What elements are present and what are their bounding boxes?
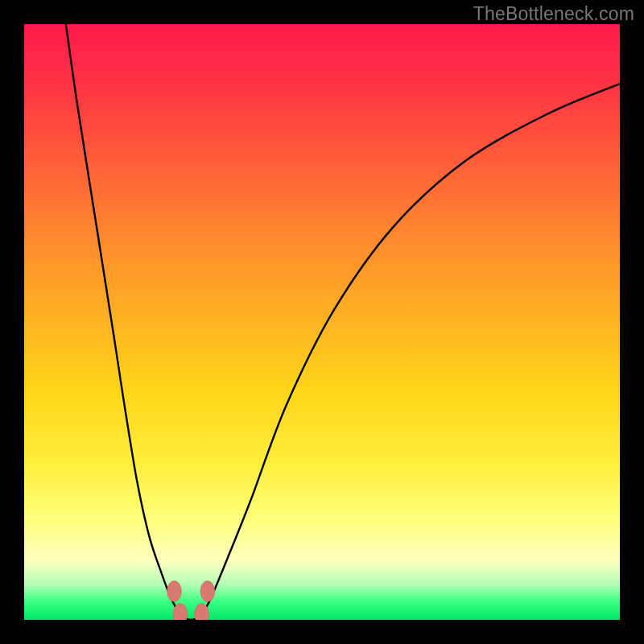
curve-left	[66, 24, 176, 608]
curve-right	[206, 84, 620, 608]
chart-frame: TheBottleneck.com	[0, 0, 644, 644]
curve-layer	[24, 24, 620, 620]
valley-marker	[167, 580, 181, 601]
plot-area	[24, 24, 620, 620]
valley-marker	[200, 580, 215, 601]
watermark-text: TheBottleneck.com	[473, 3, 634, 25]
valley-markers	[167, 580, 214, 620]
